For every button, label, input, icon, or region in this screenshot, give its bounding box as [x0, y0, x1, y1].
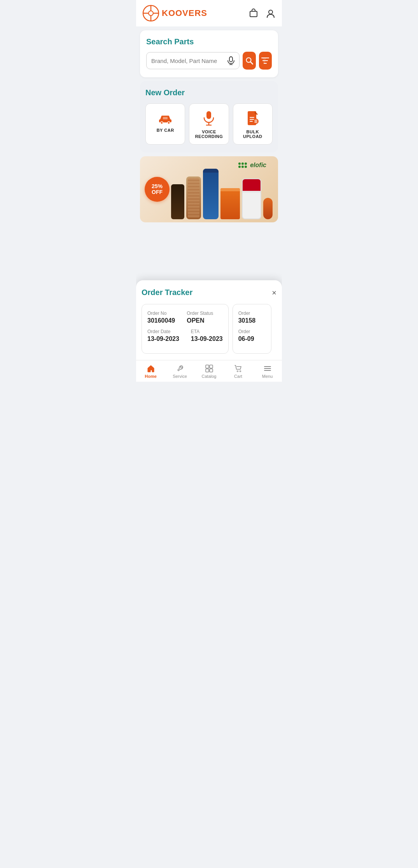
file-icon	[247, 111, 259, 126]
car-icon	[158, 111, 173, 124]
order-status-label: Order Status	[187, 311, 213, 316]
cart-icon[interactable]	[248, 8, 259, 18]
bottom-navigation: Home Service Catalog	[136, 360, 282, 382]
svg-rect-6	[250, 11, 257, 17]
filter-cylinder-4	[220, 188, 240, 219]
search-input[interactable]	[151, 58, 225, 64]
logo-text: KOOVERS	[162, 8, 207, 18]
order-no-value-2: 30158	[238, 317, 266, 324]
bulk-upload-button[interactable]: BULK UPLOAD	[233, 103, 273, 145]
order-status-value: OPEN	[187, 317, 213, 324]
home-icon	[147, 363, 155, 373]
svg-rect-30	[206, 369, 209, 372]
cart-nav-icon	[234, 363, 243, 373]
svg-rect-28	[206, 365, 209, 368]
search-input-wrap	[146, 52, 240, 69]
svg-rect-17	[206, 111, 211, 119]
svg-point-1	[149, 11, 153, 16]
elofic-logo-dots	[238, 162, 247, 168]
logo-icon	[142, 5, 159, 22]
banner-products	[171, 156, 239, 222]
voice-recording-label: VOICERECORDING	[195, 129, 223, 139]
filter-cylinder-5	[242, 178, 261, 219]
search-title: Search Parts	[146, 37, 272, 46]
order-eta-label: ETA	[191, 329, 223, 334]
nav-cart-label: Cart	[234, 374, 242, 379]
svg-rect-29	[210, 365, 213, 368]
order-eta-value: 13-09-2023	[191, 335, 223, 342]
svg-point-32	[237, 370, 238, 372]
nav-item-menu[interactable]: Menu	[253, 360, 282, 382]
filter-cylinder-6	[263, 198, 273, 219]
mic-icon[interactable]	[227, 56, 234, 65]
tracker-title: Order Tracker	[142, 288, 192, 297]
svg-rect-21	[250, 117, 254, 118]
by-car-label: BY CAR	[157, 128, 174, 133]
tracker-cards-list: Order No 30160049 Order Status OPEN Orde…	[142, 304, 276, 354]
nav-home-label: Home	[145, 374, 157, 379]
voice-recording-button[interactable]: VOICERECORDING	[189, 103, 229, 145]
nav-item-catalog[interactable]: Catalog	[194, 360, 224, 382]
filter-cylinder-2	[186, 176, 201, 219]
nav-menu-label: Menu	[262, 374, 273, 379]
nav-item-cart[interactable]: Cart	[224, 360, 253, 382]
order-tracker-panel: Order Tracker × Order No 30160049 Order …	[136, 280, 282, 360]
svg-rect-16	[163, 117, 168, 119]
tracker-order-card-2: Order 30158 Order 06-09	[233, 304, 271, 354]
tracker-close-button[interactable]: ×	[272, 289, 276, 297]
order-no-label-2: Order	[238, 311, 266, 316]
app-header: KOOVERS	[136, 0, 282, 26]
order-status-field: Order Status OPEN	[187, 311, 213, 329]
order-no-value: 30160049	[147, 317, 175, 324]
order-date-value: 13-09-2023	[147, 335, 179, 342]
order-buttons: BY CAR VOICERECORDING	[145, 103, 273, 145]
order-date-field-2: Order 06-09	[238, 329, 266, 342]
user-icon[interactable]	[266, 8, 276, 18]
order-date-field: Order Date 13-09-2023	[147, 329, 179, 342]
tracker-header: Order Tracker ×	[142, 288, 276, 297]
svg-point-14	[161, 122, 163, 124]
order-eta-field: ETA 13-09-2023	[191, 329, 223, 347]
tracker-card-top-row: Order No 30160049 Order Status OPEN	[147, 311, 223, 329]
search-parts-card: Search Parts	[140, 30, 278, 77]
svg-rect-22	[250, 119, 254, 120]
search-row	[146, 52, 272, 70]
header-actions	[248, 8, 276, 18]
promo-banner[interactable]: 25%OFF el	[140, 156, 278, 222]
discount-text: 25%OFF	[152, 183, 163, 196]
nav-catalog-label: Catalog	[202, 374, 217, 379]
nav-item-home[interactable]: Home	[136, 360, 165, 382]
search-button[interactable]	[243, 52, 256, 70]
order-no-field-2: Order 30158	[238, 311, 266, 324]
voice-icon	[203, 111, 215, 126]
filter-cylinder-1	[171, 184, 184, 219]
tracker-order-card-1: Order No 30160049 Order Status OPEN Orde…	[142, 304, 229, 354]
order-date-label-2: Order	[238, 329, 266, 334]
tracker-card-bottom-row: Order Date 13-09-2023 ETA 13-09-2023	[147, 329, 223, 347]
order-no-field: Order No 30160049	[147, 311, 175, 324]
svg-rect-23	[250, 121, 253, 122]
menu-icon	[263, 363, 272, 373]
svg-rect-8	[229, 57, 233, 62]
filter-button[interactable]	[259, 52, 272, 70]
svg-rect-31	[210, 369, 213, 372]
svg-point-33	[240, 370, 241, 372]
elofic-brand: elofic	[238, 162, 266, 169]
new-order-title: New Order	[145, 88, 273, 97]
service-icon	[176, 363, 184, 373]
svg-point-7	[269, 10, 273, 14]
by-car-button[interactable]: BY CAR	[145, 103, 185, 145]
order-date-label: Order Date	[147, 329, 179, 334]
svg-line-12	[250, 62, 253, 64]
nav-item-service[interactable]: Service	[165, 360, 194, 382]
order-no-label: Order No	[147, 311, 175, 316]
svg-point-15	[168, 122, 170, 124]
bulk-upload-label: BULK UPLOAD	[236, 129, 269, 139]
new-order-card: New Order BY CAR	[140, 81, 278, 152]
catalog-icon	[205, 363, 213, 373]
filter-cylinder-3	[203, 169, 219, 219]
elofic-text: elofic	[250, 162, 266, 169]
order-date-value-2: 06-09	[238, 335, 266, 342]
discount-badge: 25%OFF	[145, 177, 170, 202]
nav-service-label: Service	[173, 374, 187, 379]
